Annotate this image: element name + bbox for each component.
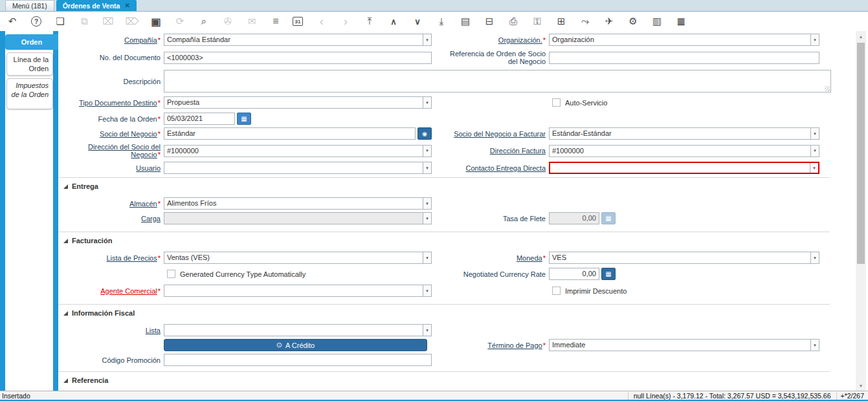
report-find-icon[interactable]: ▥ (650, 14, 664, 28)
grid-toggle-icon[interactable]: ≡ (269, 14, 283, 28)
sidebar-tab-orden[interactable]: Orden (5, 34, 58, 50)
carga-label-link[interactable]: Carga (141, 215, 161, 222)
collapse-section-icon[interactable] (63, 311, 68, 316)
combo-arrow-icon[interactable] (810, 128, 819, 139)
report-icon[interactable]: ▤ (458, 14, 473, 28)
detail-record-icon[interactable]: ∨ (410, 14, 425, 28)
carga-label: Carga (58, 215, 164, 222)
memo-icon[interactable]: ≣ (674, 14, 688, 28)
a-credito-button[interactable]: A Crédito (164, 339, 427, 351)
almacen-label-link[interactable]: Almacén (129, 200, 157, 208)
scroll-up-icon[interactable] (856, 32, 866, 41)
lista-label-link[interactable]: Lista (146, 327, 161, 334)
section-referencia-title: Referencia (72, 376, 108, 384)
usuario-combobox[interactable] (164, 162, 432, 174)
direccion-factura-label-link[interactable]: Dirección Factura (490, 147, 546, 155)
combo-arrow-icon[interactable] (810, 163, 818, 173)
compania-label-link[interactable]: Compañía (124, 36, 157, 44)
calendar-icon[interactable]: 31 (293, 17, 303, 26)
almacen-combobox[interactable]: Alimentos Fríos (164, 197, 432, 210)
codigo-promocion-input[interactable] (164, 354, 432, 366)
combo-arrow-icon[interactable] (810, 34, 819, 45)
referencia-orden-input[interactable] (549, 52, 819, 64)
collapse-section-icon[interactable] (63, 378, 68, 383)
fecha-orden-input[interactable]: 05/03/2021 (164, 113, 235, 125)
combo-arrow-icon[interactable] (423, 198, 431, 209)
lista-combobox[interactable] (164, 324, 432, 336)
no-documento-input[interactable]: <1000003> (164, 52, 432, 64)
vertical-scrollbar[interactable] (856, 31, 866, 391)
socio-negocio-input[interactable]: Estándar (164, 127, 416, 140)
tipo-documento-label-link[interactable]: Tipo Documento Destino (79, 99, 157, 107)
workflow-icon[interactable]: ⤳ (578, 14, 592, 28)
socio-facturar-value: Estándar-Estándar (550, 128, 810, 139)
organizacion-label-link[interactable]: Organización. (498, 36, 542, 44)
socio-facturar-combobox[interactable]: Estándar-Estándar (549, 127, 819, 140)
calendar-picker-button[interactable] (237, 113, 251, 125)
direccion-socio-combobox[interactable]: #1000000 (164, 145, 432, 157)
lista-precios-label-link[interactable]: Lista de Precios (106, 254, 157, 262)
tab-label: Órdenes de Venta (63, 1, 120, 11)
zoom-across-icon[interactable]: ⊞ (554, 14, 568, 28)
find-icon[interactable]: ⌕ (197, 14, 211, 28)
socio-facturar-label-link[interactable]: Socio del Negocio a Facturar (454, 130, 546, 138)
close-tab-icon[interactable] (124, 0, 129, 11)
calculator-button[interactable] (601, 268, 616, 280)
descripcion-textarea[interactable] (164, 70, 831, 92)
termino-pago-combobox[interactable]: Immediate (549, 339, 819, 351)
auto-servicio-checkbox[interactable] (552, 98, 561, 107)
combo-arrow-icon[interactable] (423, 325, 431, 336)
tipo-documento-combobox[interactable]: Propuesta (164, 96, 432, 109)
tab-menu[interactable]: Menú (181) (5, 0, 54, 11)
negotiated-rate-input[interactable]: 0,00 (549, 268, 599, 280)
direccion-socio-label-link[interactable]: Dirección del Socio del Negocio (88, 143, 161, 158)
send-icon[interactable]: ✈ (602, 14, 616, 28)
collapse-section-icon[interactable] (63, 184, 68, 189)
scroll-down-icon[interactable] (856, 381, 866, 390)
combo-arrow-icon[interactable] (423, 34, 431, 45)
process-icon[interactable]: ⚙ (626, 14, 640, 28)
termino-pago-label: Término de Pago (443, 341, 549, 349)
lock-icon[interactable]: ⚿ (530, 14, 544, 28)
undo-icon[interactable]: ↶ (5, 14, 19, 28)
termino-pago-label-link[interactable]: Término de Pago (487, 341, 542, 349)
combo-arrow-icon[interactable] (810, 252, 819, 263)
combo-arrow-icon[interactable] (423, 285, 431, 296)
sidebar-tab-impuestos-orden[interactable]: Impuestos de la Orden (6, 78, 53, 109)
agente-comercial-combobox[interactable] (164, 285, 432, 297)
tab-ordenes-de-venta[interactable]: Órdenes de Venta (56, 0, 137, 11)
contacto-entrega-combobox[interactable] (549, 162, 819, 174)
new-record-icon[interactable]: ❏ (53, 14, 67, 28)
imprimir-descuento-checkbox[interactable] (552, 287, 561, 295)
combo-arrow-icon[interactable] (423, 252, 431, 263)
contacto-entrega-label: Contacto Entrega Directa (443, 164, 549, 172)
socio-negocio-label-link[interactable]: Socio del Negocio (100, 130, 157, 138)
save-icon[interactable]: ▣ (149, 14, 163, 28)
last-record-icon[interactable]: ⤓ (434, 14, 449, 28)
moneda-label-link[interactable]: Moneda (517, 254, 542, 262)
usuario-label-link[interactable]: Usuario (136, 164, 161, 172)
parent-record-icon[interactable]: ∧ (386, 14, 401, 28)
combo-arrow-icon[interactable] (810, 146, 819, 157)
combo-arrow-icon[interactable] (810, 340, 819, 351)
moneda-combobox[interactable]: VES (549, 252, 819, 264)
agente-comercial-label-link[interactable]: Agente Comercial (100, 287, 157, 295)
compania-combobox[interactable]: Compañía Estándar (164, 34, 432, 46)
archive-icon[interactable]: ⊟ (482, 14, 496, 28)
collapse-section-icon[interactable] (63, 239, 68, 243)
combo-arrow-icon[interactable] (423, 162, 431, 173)
print-icon[interactable]: ⎙ (506, 14, 520, 28)
combo-arrow-icon[interactable] (423, 97, 431, 108)
direccion-factura-combobox[interactable]: #1000000 (549, 145, 819, 157)
contacto-entrega-label-link[interactable]: Contacto Entrega Directa (465, 164, 546, 172)
business-partner-search-button[interactable] (417, 127, 432, 140)
help-icon[interactable]: ? (31, 16, 41, 27)
contacto-entrega-value (550, 163, 810, 173)
scrollbar-thumb[interactable] (857, 43, 865, 264)
lista-precios-combobox[interactable]: Ventas (VES) (164, 252, 432, 264)
sidebar-tab-linea-orden[interactable]: Línea de la Orden (6, 52, 53, 76)
organizacion-combobox[interactable]: Organización (549, 34, 819, 46)
first-record-icon[interactable]: ⤒ (362, 14, 377, 28)
combo-arrow-icon[interactable] (423, 146, 431, 157)
generated-currency-checkbox[interactable] (167, 270, 175, 278)
